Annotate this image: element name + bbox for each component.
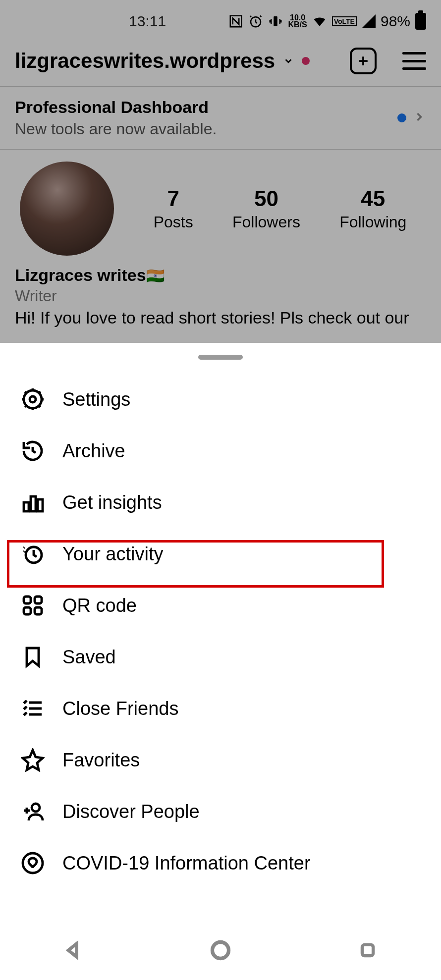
- menu-favorites-label: Favorites: [62, 750, 140, 771]
- bottom-sheet: Settings Archive Get insights Your activ…: [0, 343, 441, 980]
- following-count: 45: [339, 186, 406, 211]
- menu-activity-label: Your activity: [62, 544, 163, 565]
- qr-icon: [20, 593, 46, 618]
- stats: 7 Posts 50 Followers 45 Following: [134, 186, 426, 231]
- stat-following[interactable]: 45 Following: [339, 186, 406, 231]
- svg-rect-7: [38, 499, 43, 511]
- menu-qr-label: QR code: [62, 595, 137, 616]
- create-button[interactable]: [350, 48, 377, 74]
- menu-insights[interactable]: Get insights: [0, 477, 441, 528]
- followers-label: Followers: [232, 213, 300, 231]
- nav-home-button[interactable]: [208, 938, 233, 963]
- display-name-text: Lizgraces writes: [15, 266, 146, 284]
- bio: Lizgraces writes🇮🇳 Writer Hi! If you lov…: [0, 261, 441, 332]
- svg-rect-6: [31, 496, 36, 511]
- posts-count: 7: [154, 186, 193, 211]
- menu-archive-label: Archive: [62, 440, 125, 462]
- menu-settings-label: Settings: [62, 389, 130, 410]
- signal-icon: [362, 14, 376, 28]
- close-friends-icon: [20, 696, 46, 721]
- chevron-right-icon: [412, 110, 426, 126]
- notification-dot: [302, 57, 310, 65]
- avatar[interactable]: [20, 162, 114, 256]
- svg-point-15: [212, 942, 228, 959]
- svg-rect-10: [35, 597, 42, 603]
- data-rate: 10.0 KB/S: [288, 14, 307, 28]
- archive-icon: [20, 438, 46, 464]
- category: Writer: [15, 287, 426, 305]
- chevron-down-icon[interactable]: [283, 55, 294, 66]
- svg-point-4: [30, 396, 36, 402]
- profile-header: lizgraceswrites.wordpress: [0, 40, 441, 86]
- svg-rect-12: [35, 607, 42, 614]
- wifi-icon: [312, 14, 327, 29]
- insights-icon: [20, 490, 46, 515]
- menu-covid-label: COVID-19 Information Center: [62, 853, 311, 874]
- menu-close-friends[interactable]: Close Friends: [0, 683, 441, 734]
- menu-qr-code[interactable]: QR code: [0, 580, 441, 631]
- settings-icon: [20, 386, 46, 412]
- bio-text: Hi! If you love to read short stories! P…: [15, 308, 426, 327]
- svg-rect-2: [274, 16, 278, 26]
- discover-icon: [20, 799, 46, 824]
- menu-settings[interactable]: Settings: [0, 374, 441, 425]
- menu-close-friends-label: Close Friends: [62, 698, 178, 719]
- svg-point-14: [23, 853, 43, 873]
- menu-saved[interactable]: Saved: [0, 631, 441, 683]
- display-name: Lizgraces writes🇮🇳: [15, 266, 426, 285]
- dashboard-title: Professional Dashboard: [15, 98, 391, 117]
- favorites-icon: [20, 747, 46, 773]
- svg-rect-16: [362, 945, 373, 956]
- saved-icon: [20, 644, 46, 670]
- professional-dashboard[interactable]: Professional Dashboard New tools are now…: [0, 86, 441, 150]
- menu-discover-label: Discover People: [62, 801, 200, 822]
- dashboard-dot: [397, 113, 406, 122]
- username[interactable]: lizgraceswrites.wordpress: [15, 49, 275, 73]
- battery-icon: [415, 13, 426, 30]
- status-bar: 13:11 10.0 KB/S VoLTE 98%: [0, 0, 441, 40]
- drag-handle[interactable]: [198, 355, 243, 360]
- activity-icon: [20, 541, 46, 567]
- nav-back-button[interactable]: [61, 938, 86, 963]
- followers-count: 50: [232, 186, 300, 211]
- posts-label: Posts: [154, 213, 193, 231]
- menu-covid-info[interactable]: COVID-19 Information Center: [0, 837, 441, 889]
- svg-rect-9: [24, 597, 31, 603]
- profile-row: 7 Posts 50 Followers 45 Following: [0, 150, 441, 261]
- menu-discover-people[interactable]: Discover People: [0, 786, 441, 837]
- menu-archive[interactable]: Archive: [0, 425, 441, 477]
- menu-saved-label: Saved: [62, 647, 116, 668]
- nfc-icon: [228, 14, 243, 29]
- nav-recent-button[interactable]: [355, 938, 380, 963]
- data-rate-unit: KB/S: [288, 20, 307, 29]
- status-time: 13:11: [129, 13, 166, 30]
- following-label: Following: [339, 213, 406, 231]
- menu-button[interactable]: [402, 52, 426, 70]
- flag-icon: 🇮🇳: [146, 268, 165, 284]
- system-nav-bar: [0, 921, 441, 980]
- menu-favorites[interactable]: Favorites: [0, 734, 441, 786]
- battery-pct: 98%: [381, 13, 410, 30]
- vibrate-icon: [268, 14, 283, 29]
- stat-posts[interactable]: 7 Posts: [154, 186, 193, 231]
- svg-point-13: [32, 804, 40, 812]
- dashboard-subtitle: New tools are now available.: [15, 120, 391, 138]
- alarm-icon: [248, 14, 263, 29]
- volte-icon: VoLTE: [332, 16, 357, 26]
- menu-insights-label: Get insights: [62, 492, 162, 513]
- covid-icon: [20, 850, 46, 876]
- stat-followers[interactable]: 50 Followers: [232, 186, 300, 231]
- svg-rect-11: [24, 607, 31, 614]
- menu-your-activity[interactable]: Your activity: [0, 528, 441, 580]
- svg-rect-5: [24, 502, 29, 511]
